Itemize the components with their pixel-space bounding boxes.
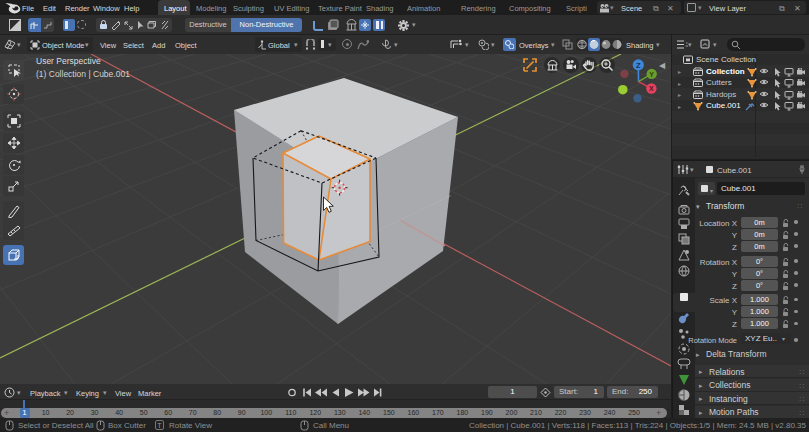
svg-text:X: X	[649, 85, 654, 92]
svg-text:Z: Z	[636, 61, 641, 70]
svg-text:Y: Y	[649, 71, 654, 78]
